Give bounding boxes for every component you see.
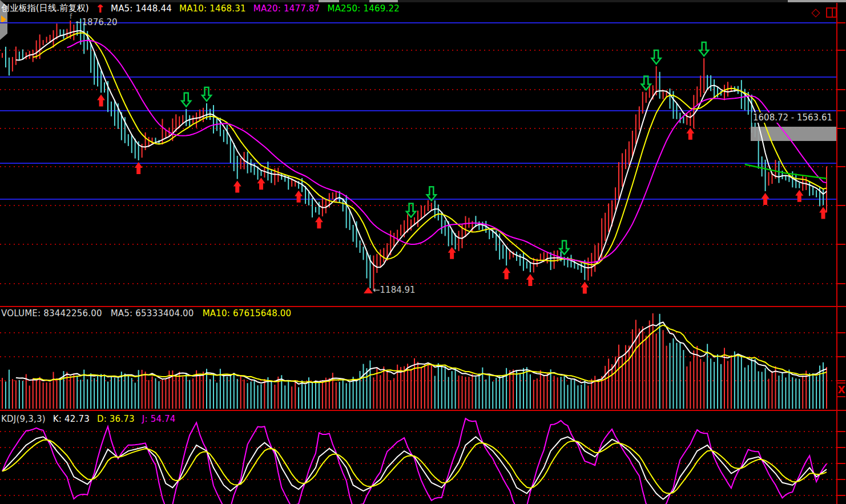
volume-ma5-value: MA5: 65333404.00 (111, 308, 194, 318)
sell-arrow-icon (427, 187, 436, 200)
high-flag-marker: f (70, 13, 72, 21)
moving-averages (16, 31, 827, 268)
ma5-line (16, 31, 827, 268)
sell-arrow-icon (182, 93, 191, 107)
sell-arrow-icon (202, 87, 211, 101)
kdj-pane-legend: KDJ(9,3,3) K: 42.73 D: 36.73 J: 54.74 (1, 414, 176, 424)
selection-band (751, 127, 837, 141)
ma10-line (33, 33, 827, 264)
buy-arrow-icon (257, 178, 265, 189)
kdj-k-value: K: 42.73 (53, 414, 90, 424)
diamond-icon[interactable]: ◇ (811, 5, 820, 19)
ma250-value: MA250: 1469.22 (328, 3, 400, 14)
pane-borders-axis (0, 3, 846, 504)
sell-arrow-icon (699, 42, 708, 56)
buy-arrow-icon (686, 128, 694, 140)
kdj-name: KDJ(9,3,3) (1, 414, 46, 424)
volume-pane-legend: VOLUME: 83442256.00 MA5: 65333404.00 MA1… (1, 308, 291, 318)
chart-window: 创业板指(日线.前复权) ↑ MA5: 1448.44 MA10: 1468.3… (0, 0, 846, 504)
buy-arrow-icon (97, 94, 105, 106)
instrument-title: 创业板指(日线.前复权) (1, 3, 89, 14)
volume-bars (2, 313, 827, 409)
trade-signals (97, 42, 827, 293)
range-tooltip: 1608.72 - 1563.61 (752, 112, 833, 123)
kdj-lines (2, 418, 827, 504)
kdj-j-line (2, 418, 827, 504)
buy-arrow-icon (448, 247, 456, 259)
buy-arrow-icon (795, 190, 803, 202)
candlestick-bars (2, 18, 827, 289)
main-gridlines (0, 23, 837, 495)
buy-arrow-icon (315, 216, 323, 228)
buy-arrow-icon (581, 281, 589, 293)
split-divider (832, 9, 833, 17)
kdj-d-value: D: 36.73 (97, 414, 135, 424)
sell-arrow-icon (652, 50, 661, 64)
ma20-value: MA20: 1477.87 (253, 3, 320, 14)
buy-arrow-icon (526, 274, 534, 286)
ma20-line (67, 41, 827, 263)
high-price-label: ~1876.20 (75, 17, 118, 27)
buy-arrow-icon (819, 207, 827, 219)
buy-arrow-icon (135, 162, 143, 174)
low-price-marker-icon (364, 287, 373, 293)
buy-arrow-icon (502, 267, 510, 279)
low-price-label: ←1184.91 (373, 285, 416, 295)
kdj-j-value: J: 54.74 (142, 414, 176, 424)
close-pane-button[interactable]: X (837, 382, 845, 397)
buy-arrow-icon (233, 181, 241, 193)
volume-value: VOLUME: 83442256.00 (1, 308, 102, 318)
main-pane-legend: 创业板指(日线.前复权) ↑ MA5: 1448.44 MA10: 1468.3… (1, 3, 400, 14)
ma5-value: MA5: 1448.44 (111, 3, 172, 14)
ma10-value: MA10: 1468.31 (179, 3, 246, 14)
volume-ma10-value: MA10: 67615648.00 (203, 308, 292, 318)
split-window-icon[interactable] (826, 7, 837, 18)
buy-arrow-icon (295, 191, 303, 203)
kdj-k-line (2, 437, 827, 499)
trend-up-icon: ↑ (95, 5, 104, 13)
